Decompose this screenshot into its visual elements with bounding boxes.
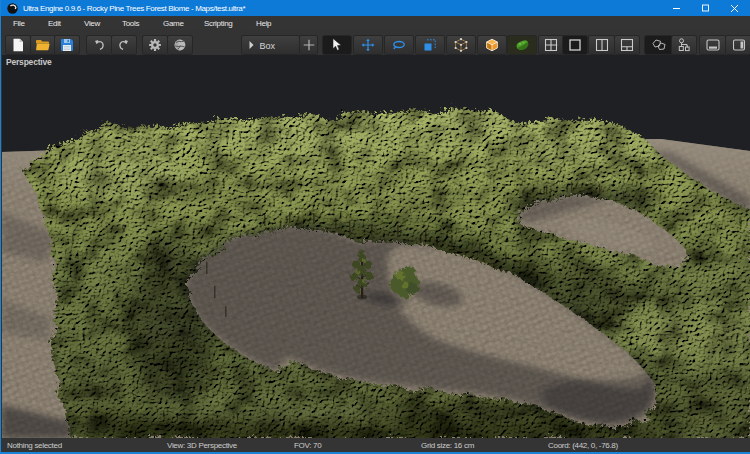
svg-text:Box: Box <box>259 41 275 51</box>
